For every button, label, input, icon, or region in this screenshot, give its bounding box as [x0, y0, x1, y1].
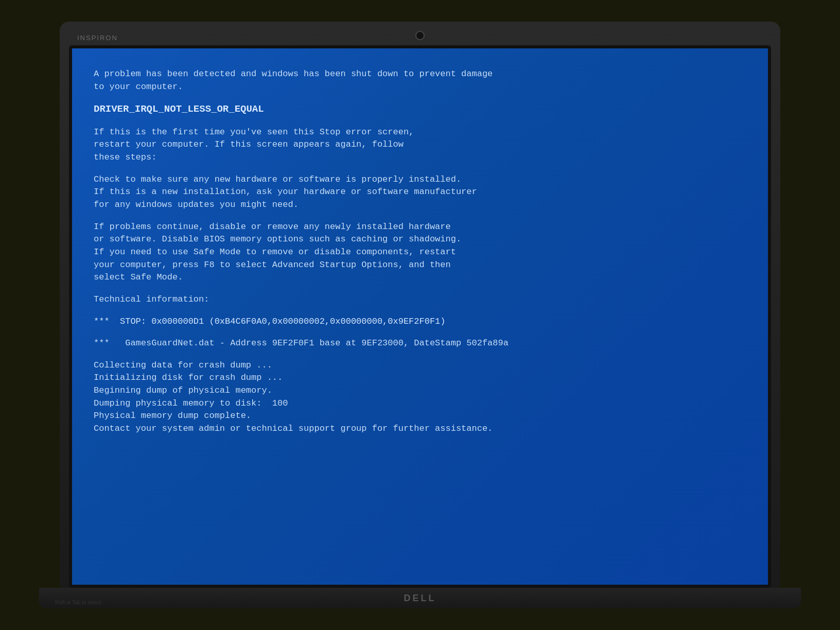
bsod-line-7: If this is a new installation, ask your …: [94, 186, 746, 199]
bsod-dump-3: Beginning dump of physical memory.: [94, 384, 746, 397]
laptop-brand-top: INSPIRON: [77, 34, 118, 42]
bsod-line-11: If you need to use Safe Mode to remove o…: [94, 246, 746, 259]
bsod-stop-line: *** STOP: 0x000000D1 (0xB4C6F0A0,0x00000…: [94, 316, 746, 328]
bsod-dump-6: Contact your system admin or technical s…: [94, 423, 746, 435]
bsod-line-8: for any windows updates you might need.: [94, 199, 746, 212]
bsod-gap-8: [94, 350, 746, 359]
laptop-outer: INSPIRON A problem has been detected and…: [60, 22, 780, 588]
laptop-status-left: Shift or Tab to select: [55, 600, 101, 605]
bsod-line-9: If problems continue, disable or remove …: [94, 221, 746, 234]
webcam: [415, 31, 425, 40]
bsod-dump-4: Dumping physical memory to disk: 100: [94, 397, 746, 410]
bsod-tech-header: Technical information:: [94, 293, 746, 306]
bsod-error-code: DRIVER_IRQL_NOT_LESS_OR_EQUAL: [94, 102, 746, 117]
bsod-gap-7: [94, 328, 746, 337]
bsod-line-1: A problem has been detected and windows …: [94, 68, 746, 81]
bsod-line-12: your computer, press F8 to select Advanc…: [94, 259, 746, 272]
bsod-screen: A problem has been detected and windows …: [72, 48, 768, 585]
bsod-dump-1: Collecting data for crash dump ...: [94, 359, 746, 372]
bsod-gap-1: [94, 93, 746, 102]
bsod-driver-line: *** GamesGuardNet.dat - Address 9EF2F0F1…: [94, 337, 746, 350]
bsod-line-6: Check to make sure any new hardware or s…: [94, 173, 746, 186]
bsod-line-4: restart your computer. If this screen ap…: [94, 138, 746, 151]
bsod-gap-5: [94, 284, 746, 293]
bsod-line-10: or software. Disable BIOS memory options…: [94, 233, 746, 246]
bsod-gap-4: [94, 212, 746, 221]
screen-bezel: A problem has been detected and windows …: [69, 45, 771, 588]
bsod-line-2: to your computer.: [94, 81, 746, 94]
bsod-gap-2: [94, 117, 746, 126]
bsod-gap-6: [94, 306, 746, 316]
laptop-brand-bottom: Dell: [404, 593, 436, 604]
bsod-line-5: these steps:: [94, 151, 746, 164]
bsod-gap-3: [94, 164, 746, 173]
laptop-bottom: Dell Shift or Tab to select: [39, 588, 801, 608]
bsod-dump-2: Initializing disk for crash dump ...: [94, 372, 746, 384]
bsod-line-3: If this is the first time you've seen th…: [94, 126, 746, 139]
bsod-line-13: select Safe Mode.: [94, 271, 746, 284]
bsod-dump-5: Physical memory dump complete.: [94, 410, 746, 423]
